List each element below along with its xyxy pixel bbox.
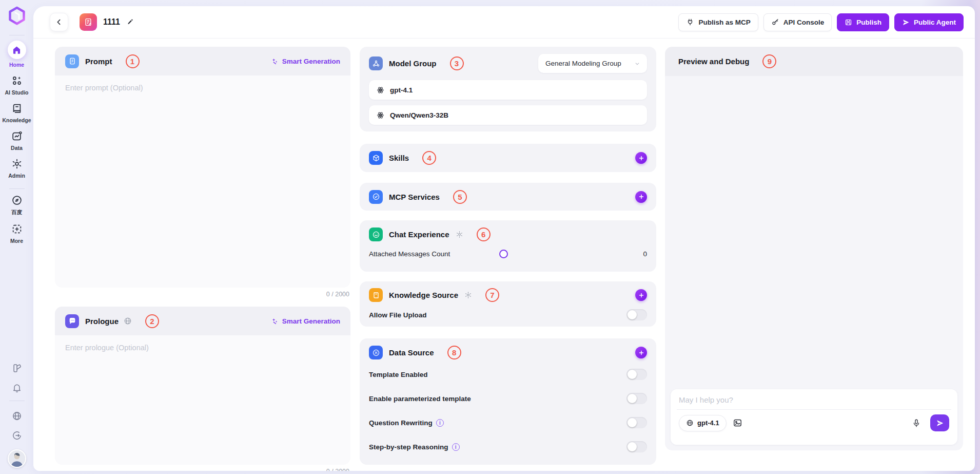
knowledge-source-header: Knowledge Source 7 — [360, 288, 656, 302]
knowledge-source-settings-gear-icon[interactable] — [464, 291, 472, 299]
mcp-services-icon — [369, 190, 383, 204]
allow-file-upload-toggle[interactable] — [626, 309, 647, 320]
column-editor: Prompt 1 Smart Generation 0 / 2000 — [55, 47, 350, 471]
step-reasoning-toggle[interactable] — [626, 441, 647, 452]
sidebar-item-admin[interactable]: Admin — [2, 158, 32, 179]
sidebar-item-home[interactable]: Home — [2, 41, 32, 68]
data-source-panel: Data Source 8 Template Enabled Enable pa… — [360, 338, 656, 465]
annotation-badge-7: 7 — [485, 288, 499, 302]
paper-plane-icon — [902, 18, 910, 26]
smart-generation-label: Smart Generation — [282, 317, 340, 325]
api-console-button[interactable]: API Console — [763, 13, 832, 31]
chat-experience-title: Chat Experience — [389, 230, 449, 239]
annotation-badge-8: 8 — [447, 346, 461, 359]
parameterized-template-toggle[interactable] — [626, 393, 647, 404]
prologue-panel-body — [55, 335, 350, 465]
admin-gear-icon — [11, 158, 23, 170]
smart-generation-label: Smart Generation — [282, 58, 340, 65]
home-icon — [8, 41, 26, 59]
sidebar-item-label: Admin — [8, 173, 25, 179]
preview-title: Preview and Debug — [678, 57, 749, 66]
public-agent-button[interactable]: Public Agent — [894, 13, 964, 31]
prologue-char-counter: 0 / 2000 — [55, 465, 350, 471]
sidebar-divider — [9, 35, 25, 35]
preview-header: Preview and Debug 9 — [665, 47, 963, 76]
mcp-services-title: MCP Services — [389, 193, 440, 201]
add-knowledge-source-button[interactable] — [635, 289, 647, 301]
user-avatar[interactable] — [8, 449, 26, 468]
column-preview: Preview and Debug 9 gpt-4.1 — [665, 47, 963, 471]
theme-swatch-icon[interactable] — [12, 363, 22, 373]
publish-button[interactable]: Publish — [837, 13, 889, 31]
add-mcp-service-button[interactable] — [635, 191, 647, 203]
preview-panel: Preview and Debug 9 gpt-4.1 — [665, 47, 963, 450]
prologue-smart-generation-button[interactable]: Smart Generation — [271, 317, 340, 325]
column-config: Model Group 3 General Modeling Group gpt… — [360, 47, 656, 471]
sidebar-item-ai-studio[interactable]: AI Studio — [2, 74, 32, 96]
globe-ai-icon — [686, 419, 694, 427]
plug-icon — [686, 18, 694, 26]
knowledge-source-panel: Knowledge Source 7 Allow File Upload — [360, 281, 656, 327]
model-group-panel: Model Group 3 General Modeling Group gpt… — [360, 47, 656, 131]
microphone-icon[interactable] — [912, 419, 921, 428]
chat-model-name: gpt-4.1 — [697, 419, 719, 427]
model-name: Qwen/Qwen3-32B — [390, 111, 448, 119]
sidebar-item-label: Knowledge — [2, 117, 31, 123]
annotation-badge-9: 9 — [762, 54, 776, 68]
baidu-compass-icon — [11, 194, 23, 206]
main-card: 1111 Publish as MCP API Console — [33, 6, 975, 471]
wand-sparkle-icon — [271, 58, 279, 65]
save-icon — [845, 18, 852, 26]
sidebar-item-more[interactable]: More — [2, 223, 32, 244]
prologue-language-globe-icon[interactable] — [124, 317, 132, 325]
edit-title-icon[interactable] — [126, 18, 134, 26]
attached-messages-slider[interactable] — [499, 250, 508, 258]
knowledge-source-icon — [369, 288, 383, 302]
annotation-badge-5: 5 — [453, 190, 467, 204]
attached-messages-label: Attached Messages Count — [369, 250, 450, 258]
prompt-panel-header: Prompt 1 Smart Generation — [55, 47, 350, 75]
allow-file-upload-row: Allow File Upload — [360, 309, 656, 320]
model-group-dropdown[interactable]: General Modeling Group — [538, 54, 647, 73]
chat-experience-icon — [369, 227, 383, 241]
question-rewriting-label: Question Rewriting — [369, 419, 433, 427]
chat-message-input[interactable] — [679, 395, 949, 404]
sidebar-item-data[interactable]: Data — [2, 130, 32, 151]
button-label: Publish — [856, 18, 881, 26]
prompt-input[interactable] — [65, 84, 340, 279]
prompt-panel: Prompt 1 Smart Generation — [55, 47, 350, 288]
chat-model-selector[interactable]: gpt-4.1 — [679, 415, 727, 431]
language-globe-icon[interactable] — [12, 411, 22, 421]
back-button[interactable] — [50, 13, 68, 31]
send-message-button[interactable] — [930, 414, 949, 431]
add-data-source-button[interactable] — [635, 347, 647, 358]
chat-experience-header: Chat Experience 6 — [360, 227, 656, 241]
prologue-input[interactable] — [65, 344, 340, 457]
parameterized-template-label: Enable parameterized template — [369, 395, 471, 403]
data-source-title: Data Source — [389, 348, 434, 357]
attach-image-icon[interactable] — [733, 418, 742, 428]
question-rewriting-info-icon[interactable]: i — [436, 419, 444, 427]
sidebar-item-label: AI Studio — [5, 89, 28, 96]
sidebar-item-label: Data — [11, 145, 23, 151]
prologue-title: Prologue — [85, 317, 119, 326]
add-skill-button[interactable] — [635, 152, 647, 164]
notifications-bell-icon[interactable] — [12, 383, 22, 393]
annotation-badge-3: 3 — [450, 56, 464, 70]
question-rewriting-toggle[interactable] — [626, 417, 647, 428]
logout-icon[interactable] — [12, 430, 22, 441]
button-label: Publish as MCP — [698, 18, 750, 26]
key-icon — [771, 18, 779, 26]
prompt-title: Prompt — [85, 57, 112, 66]
step-reasoning-info-icon[interactable]: i — [452, 443, 460, 451]
app-header: 1111 Publish as MCP API Console — [33, 6, 975, 39]
publish-as-mcp-button[interactable]: Publish as MCP — [678, 13, 758, 31]
model-row[interactable]: Qwen/Qwen3-32B — [369, 105, 647, 125]
template-enabled-toggle[interactable] — [626, 369, 647, 380]
sidebar-item-knowledge[interactable]: Knowledge — [2, 102, 32, 123]
chat-experience-settings-gear-icon[interactable] — [456, 231, 463, 238]
prompt-smart-generation-button[interactable]: Smart Generation — [271, 58, 340, 65]
step-reasoning-label: Step-by-step Reasoning — [369, 443, 448, 451]
sidebar-item-baidu[interactable]: 百度 — [2, 194, 32, 216]
model-row[interactable]: gpt-4.1 — [369, 80, 647, 100]
